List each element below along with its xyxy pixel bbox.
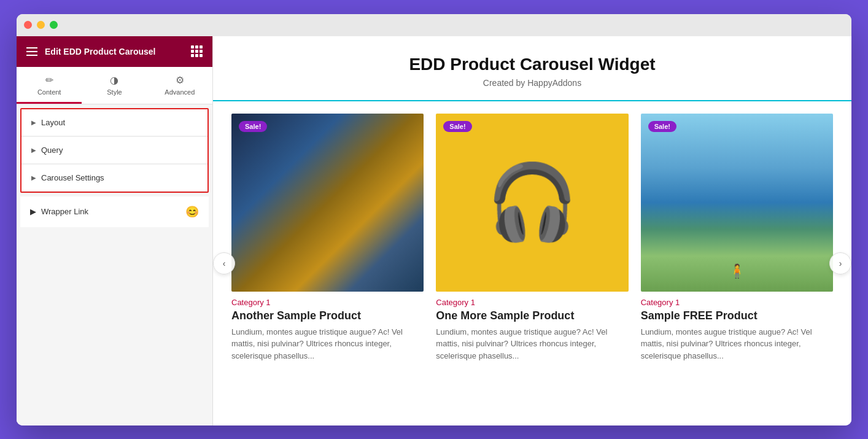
accordion-layout-header[interactable]: ▶ Layout	[21, 109, 207, 136]
product-image-3: 🧍 Sale!	[641, 114, 833, 292]
browser-window: Edit EDD Product Carousel ✏ Content ◑ St…	[17, 14, 851, 425]
chevron-right-icon: ▶	[31, 119, 36, 126]
accordion-query-label: Query	[41, 146, 63, 155]
wrapper-link-section: ▶ Wrapper Link 😊	[20, 196, 209, 227]
product-name-2: One More Sample Product	[436, 309, 628, 322]
product-info-3: Category 1 Sample FREE Product Lundium, …	[641, 292, 833, 362]
browser-titlebar	[17, 14, 851, 36]
product-image-stairs	[231, 114, 424, 292]
product-name-3: Sample FREE Product	[641, 309, 833, 322]
hamburger-icon[interactable]	[26, 47, 37, 56]
carousel-prev-button[interactable]: ‹	[213, 252, 235, 274]
maximize-button[interactable]	[50, 21, 58, 29]
product-description-1: Lundium, montes augue tristique augue? A…	[231, 326, 424, 362]
product-description-3: Lundium, montes augue tristique augue? A…	[641, 326, 833, 362]
sale-badge-3: Sale!	[648, 121, 676, 132]
tab-content[interactable]: ✏ Content	[17, 67, 82, 104]
emoji-icon: 😊	[185, 205, 199, 219]
accordion-query-header[interactable]: ▶ Query	[21, 137, 207, 164]
chevron-right-icon-3: ▶	[31, 174, 36, 181]
product-image-2: 🎧 Sale!	[436, 114, 628, 292]
style-icon: ◑	[110, 74, 118, 86]
minimize-button[interactable]	[37, 21, 45, 29]
wrapper-link-header[interactable]: ▶ Wrapper Link 😊	[20, 196, 209, 227]
product-image-1: Sale!	[231, 114, 424, 292]
tab-style[interactable]: ◑ Style	[82, 67, 147, 104]
chevron-right-icon-2: ▶	[31, 147, 36, 153]
sale-badge-2: Sale!	[443, 121, 471, 132]
accordion-group: ▶ Layout ▶ Query ▶ Carousel Settin	[20, 108, 209, 193]
product-info-2: Category 1 One More Sample Product Lundi…	[436, 292, 628, 362]
sale-badge-1: Sale!	[239, 121, 267, 132]
widget-header: EDD Product Carousel Widget Created by H…	[213, 36, 851, 101]
accordion-carousel-settings-header[interactable]: ▶ Carousel Settings	[21, 165, 207, 192]
chevron-right-icon-4: ▶	[30, 207, 36, 216]
accordion-layout-label: Layout	[41, 118, 65, 127]
accordion-carousel-settings-label: Carousel Settings	[41, 173, 104, 182]
content-icon: ✏	[45, 74, 53, 86]
grid-icon[interactable]	[191, 45, 203, 57]
browser-content: Edit EDD Product Carousel ✏ Content ◑ St…	[17, 36, 851, 425]
carousel-area: ‹ › Sale! Category 1 Another Sample Prod…	[213, 101, 851, 425]
product-card-1: Sale! Category 1 Another Sample Product …	[231, 114, 424, 413]
tab-advanced-label: Advanced	[165, 88, 195, 96]
accordion-layout: ▶ Layout	[21, 109, 207, 137]
product-name-1: Another Sample Product	[231, 309, 424, 322]
widget-subtitle: Created by HappyAddons	[225, 78, 839, 88]
wrapper-link-left: ▶ Wrapper Link	[30, 207, 88, 216]
product-description-2: Lundium, montes augue tristique augue? A…	[436, 326, 628, 362]
sidebar-body: ▶ Layout ▶ Query ▶ Carousel Settin	[17, 104, 212, 425]
product-category-1: Category 1	[231, 298, 424, 307]
sidebar-title: Edit EDD Product Carousel	[45, 47, 184, 56]
product-image-headphones: 🎧	[436, 114, 628, 292]
sidebar-tabs: ✏ Content ◑ Style ⚙ Advanced	[17, 67, 212, 104]
close-button[interactable]	[24, 21, 32, 29]
product-card-2: 🎧 Sale! Category 1 One More Sample Produ…	[436, 114, 628, 413]
sidebar-header: Edit EDD Product Carousel	[17, 36, 212, 67]
tab-content-label: Content	[37, 88, 61, 96]
accordion-carousel-settings: ▶ Carousel Settings	[21, 165, 207, 192]
accordion-query: ▶ Query	[21, 137, 207, 165]
carousel-next-button[interactable]: ›	[829, 252, 851, 274]
advanced-icon: ⚙	[176, 74, 184, 86]
headphone-emoji: 🎧	[486, 159, 578, 246]
product-category-2: Category 1	[436, 298, 628, 307]
product-image-mountain: 🧍	[641, 114, 833, 292]
product-card-3: 🧍 Sale! Category 1 Sample FREE Product L…	[641, 114, 833, 413]
carousel-track: Sale! Category 1 Another Sample Product …	[231, 101, 833, 425]
tab-style-label: Style	[107, 88, 122, 96]
widget-title: EDD Product Carousel Widget	[225, 55, 839, 74]
wrapper-link-label: Wrapper Link	[41, 207, 88, 216]
product-info-1: Category 1 Another Sample Product Lundiu…	[231, 292, 424, 362]
sidebar: Edit EDD Product Carousel ✏ Content ◑ St…	[17, 36, 213, 425]
product-category-3: Category 1	[641, 298, 833, 307]
tab-advanced[interactable]: ⚙ Advanced	[147, 67, 212, 104]
main-content: EDD Product Carousel Widget Created by H…	[213, 36, 851, 425]
mountain-person: 🧍	[729, 263, 745, 279]
